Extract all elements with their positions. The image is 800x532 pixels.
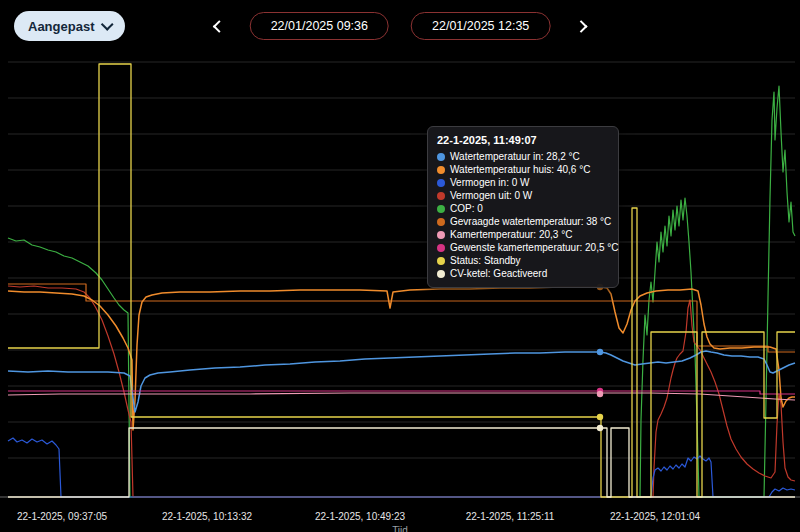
x-tick-label: 22-1-2025, 09:37:05 — [17, 511, 107, 522]
x-tick-label: 22-1-2025, 10:13:32 — [162, 511, 252, 522]
cursor-marker — [597, 414, 603, 420]
tooltip-row: Vermogen in: 0 W — [437, 176, 609, 189]
series-color-dot — [437, 218, 445, 226]
series-color-dot — [437, 205, 445, 213]
cursor-marker — [597, 349, 603, 355]
end-datetime-button[interactable]: 22/01/2025 12:35 — [411, 12, 550, 40]
tooltip-rows: Watertemperatuur in: 28,2 °CWatertempera… — [437, 150, 609, 280]
tooltip-row-text: Gewenste kamertemperatuur: 20,5 °C — [450, 241, 619, 254]
series-gevraagde-watertemperatuur — [8, 284, 795, 352]
toolbar: Aangepast 22/01/2025 09:36 22/01/2025 12… — [0, 0, 800, 54]
series-color-dot — [437, 166, 445, 174]
series-color-dot — [437, 179, 445, 187]
x-tick-label: 22-1-2025, 11:25:11 — [466, 511, 555, 522]
chart-tooltip: 22-1-2025, 11:49:07 Watertemperatuur in:… — [427, 126, 619, 288]
time-range-dropdown[interactable]: Aangepast — [14, 11, 125, 41]
tooltip-row: COP: 0 — [437, 202, 609, 215]
tooltip-row-text: Vermogen in: 0 W — [450, 176, 529, 189]
tooltip-row: CV-ketel: Geactiveerd — [437, 267, 609, 280]
tooltip-row: Gevraagde watertemperatuur: 38 °C — [437, 215, 609, 228]
tooltip-row-text: Vermogen uit: 0 W — [450, 189, 532, 202]
series-cv-ketel — [8, 428, 795, 497]
date-navigation: 22/01/2025 09:36 22/01/2025 12:35 — [211, 12, 590, 40]
tooltip-row-text: Gevraagde watertemperatuur: 38 °C — [450, 215, 611, 228]
prev-period-button[interactable] — [211, 18, 228, 35]
series-color-dot — [437, 257, 445, 265]
tooltip-row: Watertemperatuur in: 28,2 °C — [437, 150, 609, 163]
x-axis-title: Tijd — [392, 525, 408, 532]
time-range-label: Aangepast — [28, 19, 94, 34]
tooltip-row-text: Watertemperatuur in: 28,2 °C — [450, 150, 580, 163]
chevron-left-icon — [213, 20, 226, 33]
series-color-dot — [437, 270, 445, 278]
tooltip-row-text: Kamertemperatuur: 20,3 °C — [450, 228, 572, 241]
series-color-dot — [437, 192, 445, 200]
chevron-right-icon — [574, 20, 587, 33]
next-period-button[interactable] — [572, 18, 589, 35]
series-color-dot — [437, 231, 445, 239]
series-vermogen-in — [8, 438, 795, 497]
chart-svg[interactable] — [0, 0, 800, 532]
tooltip-row: Watertemperatuur huis: 40,6 °C — [437, 163, 609, 176]
cursor-marker — [597, 425, 603, 431]
tooltip-row: Kamertemperatuur: 20,3 °C — [437, 228, 609, 241]
tooltip-row-text: COP: 0 — [450, 202, 483, 215]
start-datetime-button[interactable]: 22/01/2025 09:36 — [250, 12, 389, 40]
tooltip-title: 22-1-2025, 11:49:07 — [437, 134, 609, 146]
series-color-dot — [437, 153, 445, 161]
tooltip-row-text: Status: Standby — [450, 254, 521, 267]
cursor-marker — [597, 391, 603, 397]
series-color-dot — [437, 244, 445, 252]
tooltip-row-text: CV-ketel: Geactiveerd — [450, 267, 547, 280]
x-tick-label: 22-1-2025, 12:01:04 — [610, 511, 700, 522]
chevron-down-icon — [101, 18, 114, 31]
series-status — [8, 64, 795, 497]
tooltip-row: Vermogen uit: 0 W — [437, 189, 609, 202]
tooltip-row-text: Watertemperatuur huis: 40,6 °C — [450, 163, 590, 176]
tooltip-row: Status: Standby — [437, 254, 609, 267]
x-tick-label: 22-1-2025, 10:49:23 — [315, 511, 405, 522]
tooltip-row: Gewenste kamertemperatuur: 20,5 °C — [437, 241, 609, 254]
